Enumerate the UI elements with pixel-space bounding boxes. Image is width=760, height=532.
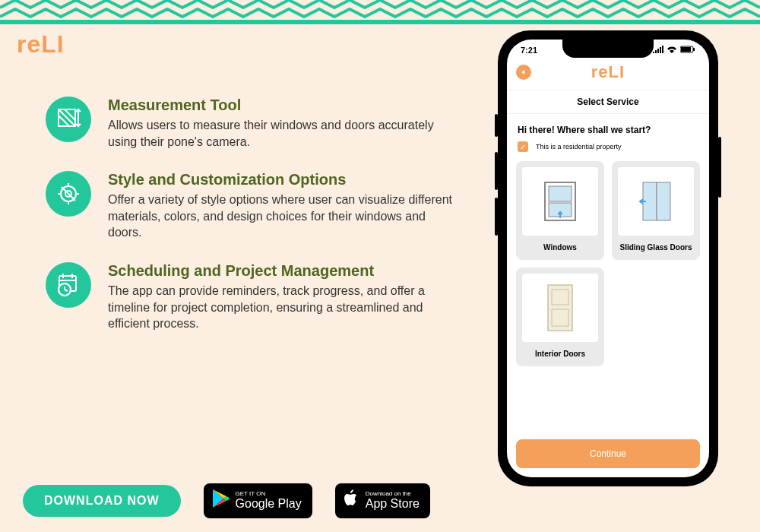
apple-icon — [343, 489, 359, 513]
residential-checkbox-row[interactable]: ✓ This is a residential property — [507, 141, 709, 161]
svg-rect-30 — [657, 182, 670, 220]
feature-title: Measurement Tool — [108, 97, 456, 114]
continue-button[interactable]: Continue — [516, 439, 700, 468]
service-grid: Windows Sliding Glass Doors — [507, 161, 709, 366]
signal-icon — [653, 46, 663, 55]
sliding-door-icon — [618, 167, 694, 236]
service-label: Windows — [516, 236, 604, 260]
google-play-icon — [211, 489, 230, 513]
feature-measurement: Measurement Tool Allows users to measure… — [46, 97, 456, 150]
app-store-big: App Store — [366, 497, 420, 511]
feature-title: Style and Customization Options — [108, 171, 456, 188]
zigzag-pattern — [0, 0, 760, 24]
checkbox-label: This is a residential property — [536, 143, 622, 150]
screen-title: Select Service — [507, 90, 709, 114]
door-icon — [522, 274, 598, 342]
features-list: Measurement Tool Allows users to measure… — [46, 97, 456, 332]
app-store-badge[interactable]: Download on the App Store — [335, 483, 430, 518]
measurement-icon — [46, 97, 91, 142]
battery-icon — [680, 46, 695, 55]
prompt-text: Hi there! Where shall we start? — [507, 114, 709, 141]
app-logo: reLI — [591, 62, 625, 82]
svg-line-4 — [65, 109, 75, 120]
feature-desc: Allows users to measure their windows an… — [108, 117, 456, 150]
window-icon — [522, 167, 598, 236]
gear-wrench-icon — [46, 171, 91, 217]
service-label: Sliding Glass Doors — [612, 236, 700, 260]
google-play-small: GET IT ON — [236, 491, 302, 497]
google-play-badge[interactable]: GET IT ON Google Play — [204, 483, 312, 518]
phone-mockup: 7:21 reLI Select Service Hi there! Where… — [498, 30, 718, 486]
wifi-icon — [667, 46, 677, 55]
bottom-cta-bar: DOWNLOAD NOW GET IT ON Google Play Downl… — [0, 483, 760, 518]
service-card-sliding-doors[interactable]: Sliding Glass Doors — [612, 161, 700, 260]
back-button[interactable] — [516, 65, 531, 80]
app-store-small: Download on the — [366, 491, 420, 497]
status-time: 7:21 — [521, 46, 537, 55]
checkbox-checked-icon[interactable]: ✓ — [518, 141, 528, 152]
svg-rect-24 — [681, 47, 691, 52]
feature-scheduling: Scheduling and Project Management The ap… — [46, 262, 456, 332]
calendar-clock-icon — [46, 262, 91, 308]
feature-title: Scheduling and Project Management — [108, 262, 456, 280]
feature-desc: Offer a variety of style options where u… — [108, 192, 456, 241]
google-play-big: Google Play — [236, 497, 302, 511]
feature-desc: The app can provide reminders, track pro… — [108, 283, 456, 332]
feature-style: Style and Customization Options Offer a … — [46, 171, 456, 241]
service-card-windows[interactable]: Windows — [516, 161, 604, 260]
svg-rect-0 — [0, 20, 760, 24]
phone-notch — [562, 40, 654, 58]
download-now-button[interactable]: DOWNLOAD NOW — [23, 485, 181, 517]
service-label: Interior Doors — [516, 342, 604, 366]
app-header: reLI — [507, 58, 709, 90]
svg-rect-25 — [693, 48, 695, 51]
svg-line-3 — [59, 116, 69, 126]
svg-rect-27 — [549, 186, 572, 201]
service-card-interior-doors[interactable]: Interior Doors — [516, 268, 604, 366]
